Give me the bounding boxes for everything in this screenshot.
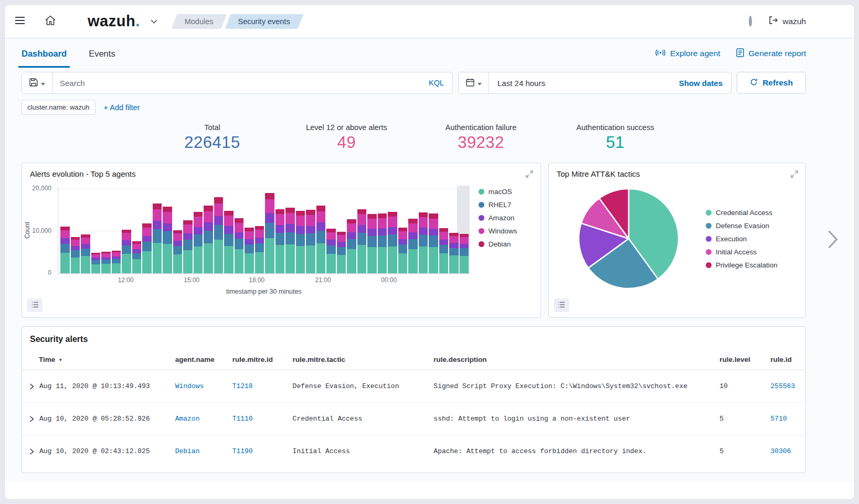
bar-segment[interactable]: [224, 211, 234, 216]
bar-segment[interactable]: [60, 253, 70, 273]
bar-segment[interactable]: [101, 260, 111, 264]
expand-row-icon[interactable]: [29, 383, 34, 390]
bar-segment[interactable]: [429, 229, 438, 236]
bar-segment[interactable]: [194, 227, 203, 234]
bar-segment[interactable]: [306, 226, 315, 233]
bar-segment[interactable]: [265, 213, 274, 222]
bar-segment[interactable]: [194, 246, 203, 273]
bar[interactable]: [460, 234, 469, 273]
bar-segment[interactable]: [183, 224, 193, 233]
bar-segment[interactable]: [265, 193, 274, 199]
bar[interactable]: [183, 220, 193, 273]
bar-segment[interactable]: [255, 243, 264, 252]
bar-segment[interactable]: [101, 264, 111, 273]
bar-segment[interactable]: [265, 223, 274, 238]
column-header[interactable]: rule.mitre.id: [228, 349, 289, 370]
bar-segment[interactable]: [357, 209, 367, 215]
breadcrumb-security-events[interactable]: Security events: [228, 14, 301, 29]
bar-segment[interactable]: [204, 222, 213, 231]
legend-item[interactable]: Debian: [479, 240, 534, 248]
bar[interactable]: [316, 206, 326, 273]
bar-segment[interactable]: [449, 243, 459, 248]
bar-segment[interactable]: [429, 247, 438, 273]
bar[interactable]: [153, 203, 162, 273]
bar-segment[interactable]: [214, 216, 224, 225]
bar-segment[interactable]: [112, 263, 121, 273]
bar-segment[interactable]: [296, 211, 305, 216]
bar[interactable]: [173, 230, 183, 273]
bar-segment[interactable]: [388, 234, 397, 246]
bar-segment[interactable]: [439, 253, 449, 273]
rule-id-link[interactable]: 255563: [770, 382, 795, 390]
bar-segment[interactable]: [449, 236, 459, 243]
bar-segment[interactable]: [367, 247, 377, 273]
rule-id-link[interactable]: 5710: [770, 415, 787, 423]
bar-segment[interactable]: [357, 245, 367, 273]
bar[interactable]: [326, 229, 336, 273]
bar-segment[interactable]: [132, 259, 142, 273]
bar[interactable]: [408, 219, 418, 273]
bar-segment[interactable]: [81, 249, 90, 256]
bar-segment[interactable]: [173, 233, 183, 241]
bar-segment[interactable]: [173, 254, 183, 273]
bar[interactable]: [214, 197, 224, 273]
tab-events[interactable]: Events: [86, 40, 118, 68]
bar[interactable]: [449, 233, 459, 273]
bar-segment[interactable]: [245, 253, 254, 273]
bar-segment[interactable]: [326, 229, 336, 232]
bar-segment[interactable]: [153, 221, 162, 229]
bar-segment[interactable]: [347, 219, 356, 223]
bar-segment[interactable]: [285, 232, 295, 245]
bar-segment[interactable]: [388, 212, 397, 217]
bar-segment[interactable]: [285, 244, 295, 273]
bar[interactable]: [71, 237, 80, 273]
bar-segment[interactable]: [388, 217, 397, 227]
save-query-button[interactable]: [22, 72, 52, 93]
bar[interactable]: [398, 228, 408, 273]
bar-segment[interactable]: [235, 223, 244, 232]
bar-segment[interactable]: [235, 239, 244, 249]
bar-segment[interactable]: [183, 250, 193, 273]
bar-segment[interactable]: [214, 225, 224, 240]
bar-segment[interactable]: [378, 213, 387, 218]
bar-segment[interactable]: [439, 232, 449, 239]
agent-name-link[interactable]: Debian: [175, 447, 200, 455]
bar-segment[interactable]: [398, 239, 408, 244]
bar-segment[interactable]: [388, 227, 397, 234]
column-header[interactable]: agent.name: [171, 349, 228, 370]
wazuh-logo[interactable]: wazuh.: [88, 14, 140, 29]
bar-segment[interactable]: [306, 245, 315, 273]
bar-segment[interactable]: [153, 243, 162, 273]
bar-segment[interactable]: [142, 228, 152, 236]
bar-segment[interactable]: [419, 212, 428, 217]
legend-item[interactable]: Execution: [706, 235, 778, 243]
bar-segment[interactable]: [357, 225, 367, 233]
legend-item[interactable]: Privilege Escalation: [706, 261, 778, 269]
bar-segment[interactable]: [439, 228, 449, 232]
bar-segment[interactable]: [408, 232, 418, 239]
bar-segment[interactable]: [163, 223, 172, 231]
bar-segment[interactable]: [91, 254, 101, 258]
bar-segment[interactable]: [408, 239, 418, 250]
bar-segment[interactable]: [265, 199, 274, 213]
date-quick-select-button[interactable]: [459, 72, 489, 93]
column-header[interactable]: rule.id: [766, 349, 805, 370]
bar-segment[interactable]: [419, 228, 428, 235]
bar[interactable]: [163, 207, 172, 273]
health-indicator-button[interactable]: [748, 16, 753, 26]
bar-segment[interactable]: [81, 244, 90, 249]
home-button[interactable]: [35, 5, 66, 38]
bar[interactable]: [60, 227, 70, 273]
bar-segment[interactable]: [275, 209, 285, 215]
bar[interactable]: [265, 193, 274, 273]
bar-segment[interactable]: [224, 226, 234, 233]
bar[interactable]: [91, 253, 101, 273]
bar-segment[interactable]: [367, 236, 377, 248]
bar-segment[interactable]: [142, 236, 152, 242]
bar-segment[interactable]: [347, 232, 356, 239]
bar-segment[interactable]: [275, 245, 285, 273]
bar-segment[interactable]: [235, 232, 244, 239]
explore-agent-button[interactable]: Explore agent: [655, 48, 720, 59]
stat-value[interactable]: 49: [294, 133, 399, 152]
legend-item[interactable]: Defense Evasion: [706, 222, 778, 230]
